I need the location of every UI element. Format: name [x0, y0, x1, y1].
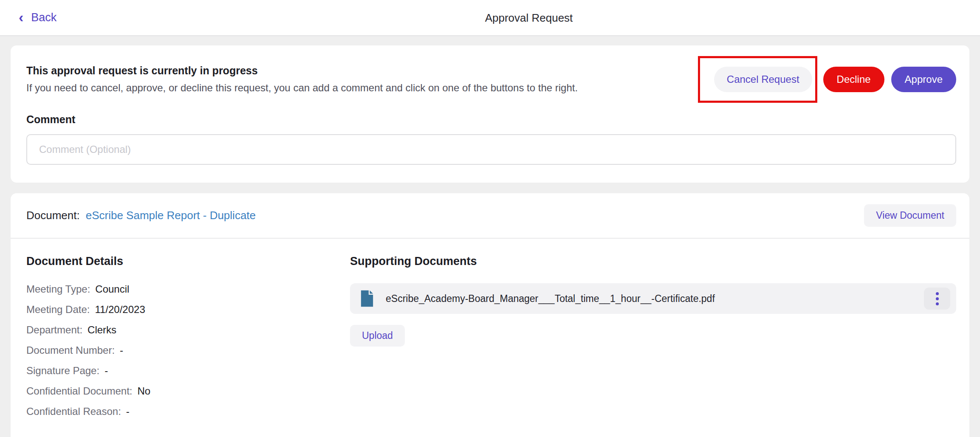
detail-value: -: [120, 344, 123, 356]
status-top-row: This approval request is currently in pr…: [26, 65, 956, 94]
detail-value: -: [126, 406, 130, 417]
page-title: Approval Request: [485, 11, 573, 24]
detail-value: Council: [95, 283, 129, 295]
cancel-request-annotation-wrap: Cancel Request: [714, 67, 812, 92]
detail-row-meeting-type: Meeting Type: Council: [26, 283, 350, 295]
detail-value: -: [104, 365, 108, 377]
detail-row-department: Department: Clerks: [26, 324, 350, 336]
supporting-documents-heading: Supporting Documents: [350, 255, 956, 268]
action-buttons: Cancel Request Decline Approve: [714, 67, 956, 92]
detail-row-document-number: Document Number: -: [26, 344, 350, 356]
kebab-dot: [936, 302, 939, 305]
document-details-column: Document Details Meeting Type: Council M…: [26, 255, 350, 426]
detail-label: Document Number:: [26, 344, 115, 356]
comment-input[interactable]: [26, 134, 956, 165]
document-header-row: Document: eScribe Sample Report - Duplic…: [11, 193, 969, 238]
document-link[interactable]: eScribe Sample Report - Duplicate: [86, 209, 256, 222]
detail-value: Clerks: [88, 324, 116, 336]
detail-row-signature-page: Signature Page: -: [26, 365, 350, 377]
supporting-document-row[interactable]: eScribe_Academy-Board_Manager___Total_ti…: [350, 283, 956, 314]
detail-label: Meeting Type:: [26, 283, 90, 295]
detail-value: 11/20/2023: [95, 304, 145, 316]
back-button[interactable]: ‹ Back: [19, 0, 56, 35]
cancel-request-button[interactable]: Cancel Request: [714, 67, 812, 92]
detail-row-confidential-document: Confidential Document: No: [26, 385, 350, 397]
kebab-menu-icon[interactable]: [924, 288, 950, 310]
upload-button[interactable]: Upload: [350, 325, 405, 347]
supporting-document-filename: eScribe_Academy-Board_Manager___Total_ti…: [386, 293, 924, 304]
document-label: Document:: [26, 209, 80, 222]
status-description: If you need to cancel, approve, or decli…: [26, 82, 701, 94]
detail-label: Department:: [26, 324, 82, 336]
chevron-left-icon: ‹: [19, 10, 23, 24]
top-bar: ‹ Back Approval Request: [0, 0, 980, 36]
detail-label: Meeting Date:: [26, 304, 90, 316]
decline-button[interactable]: Decline: [823, 67, 884, 92]
detail-value: No: [137, 385, 150, 397]
detail-label: Confidential Document:: [26, 385, 132, 397]
comment-label: Comment: [26, 113, 956, 126]
detail-label: Confidential Reason:: [26, 406, 121, 417]
status-card: This approval request is currently in pr…: [11, 45, 969, 183]
approve-button[interactable]: Approve: [891, 67, 956, 92]
view-document-button[interactable]: View Document: [864, 204, 956, 227]
main-content: This approval request is currently in pr…: [0, 36, 980, 437]
document-details-heading: Document Details: [26, 255, 350, 268]
document-body: Document Details Meeting Type: Council M…: [11, 239, 969, 437]
detail-label: Signature Page:: [26, 365, 99, 377]
document-title-group: Document: eScribe Sample Report - Duplic…: [26, 209, 256, 222]
detail-row-meeting-date: Meeting Date: 11/20/2023: [26, 304, 350, 316]
status-text-block: This approval request is currently in pr…: [26, 65, 714, 94]
back-label: Back: [31, 11, 56, 24]
kebab-dot: [936, 297, 939, 300]
detail-row-confidential-reason: Confidential Reason: -: [26, 406, 350, 417]
status-heading: This approval request is currently in pr…: [26, 65, 701, 77]
document-icon: [359, 289, 375, 308]
supporting-documents-column: Supporting Documents eScribe_Academy-Boa…: [350, 255, 956, 426]
kebab-dot: [936, 292, 939, 295]
document-card: Document: eScribe Sample Report - Duplic…: [11, 193, 969, 437]
